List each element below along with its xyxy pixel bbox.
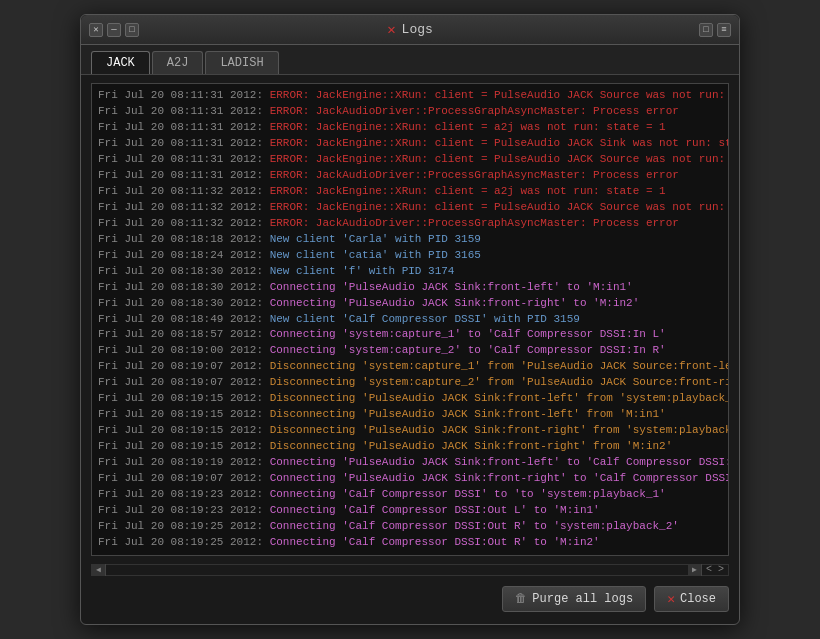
- log-entry: Fri Jul 20 08:19:25 2012: Connecting 'Ca…: [98, 535, 722, 551]
- log-timestamp: Fri Jul 20 08:11:31 2012:: [98, 169, 270, 181]
- title-icon: ✕: [387, 21, 395, 38]
- log-entry: Fri Jul 20 08:11:31 2012: ERROR: JackEng…: [98, 88, 722, 104]
- log-timestamp: Fri Jul 20 08:18:30 2012:: [98, 297, 270, 309]
- log-timestamp: Fri Jul 20 08:18:30 2012:: [98, 265, 270, 277]
- scroll-left-btn[interactable]: ◀: [92, 564, 106, 576]
- log-entry: Fri Jul 20 08:19:07 2012: Disconnecting …: [98, 375, 722, 391]
- log-entry: Fri Jul 20 08:18:30 2012: Connecting 'Pu…: [98, 280, 722, 296]
- log-message: ERROR: JackAudioDriver::ProcessGraphAsyn…: [270, 217, 679, 229]
- log-message: Disconnecting 'PulseAudio JACK Sink:fron…: [270, 440, 673, 452]
- close-icon: ✕: [667, 591, 675, 607]
- log-entry: Fri Jul 20 08:18:24 2012: New client 'ca…: [98, 248, 722, 264]
- titlebar-controls: ✕ ─ □: [89, 23, 139, 37]
- log-timestamp: Fri Jul 20 08:19:00 2012:: [98, 344, 270, 356]
- scroll-track[interactable]: [108, 566, 686, 574]
- log-timestamp: Fri Jul 20 08:11:31 2012:: [98, 105, 270, 117]
- log-entry: Fri Jul 20 08:18:18 2012: New client 'Ca…: [98, 232, 722, 248]
- log-message: ERROR: JackAudioDriver::ProcessGraphAsyn…: [270, 169, 679, 181]
- log-entry: Fri Jul 20 08:19:00 2012: Connecting 'sy…: [98, 343, 722, 359]
- log-timestamp: Fri Jul 20 08:11:31 2012:: [98, 153, 270, 165]
- log-message: Connecting 'system:capture_2' to 'Calf C…: [270, 344, 666, 356]
- scroll-right-btn[interactable]: ▶: [688, 564, 702, 576]
- window-mode-btn[interactable]: □: [699, 23, 713, 37]
- log-timestamp: Fri Jul 20 08:18:30 2012:: [98, 281, 270, 293]
- log-timestamp: Fri Jul 20 08:18:57 2012:: [98, 328, 270, 340]
- log-timestamp: Fri Jul 20 08:18:24 2012:: [98, 249, 270, 261]
- log-timestamp: Fri Jul 20 08:11:32 2012:: [98, 217, 270, 229]
- log-entry: Fri Jul 20 08:11:31 2012: ERROR: JackEng…: [98, 152, 722, 168]
- log-timestamp: Fri Jul 20 08:19:15 2012:: [98, 408, 270, 420]
- log-entry: Fri Jul 20 08:19:23 2012: Connecting 'Ca…: [98, 503, 722, 519]
- log-message: ERROR: JackEngine::XRun: client = PulseA…: [270, 153, 728, 165]
- purge-icon: 🗑: [515, 591, 527, 606]
- log-message: Connecting 'PulseAudio JACK Sink:front-l…: [270, 281, 633, 293]
- log-message: Disconnecting 'PulseAudio JACK Sink:fron…: [270, 424, 728, 436]
- window-title: ✕ Logs: [387, 21, 433, 38]
- log-message: Disconnecting 'system:capture_1' from 'P…: [270, 360, 728, 372]
- maximize-btn[interactable]: □: [125, 23, 139, 37]
- log-message: Disconnecting 'PulseAudio JACK Sink:fron…: [270, 392, 728, 404]
- log-message: Connecting 'Calf Compressor DSSI' to 'to…: [270, 488, 666, 500]
- log-timestamp: Fri Jul 20 08:19:15 2012:: [98, 440, 270, 452]
- log-message: Connecting 'Calf Compressor DSSI:Out L' …: [270, 504, 600, 516]
- log-timestamp: Fri Jul 20 08:19:15 2012:: [98, 424, 270, 436]
- log-entry: Fri Jul 20 08:11:31 2012: ERROR: JackEng…: [98, 120, 722, 136]
- titlebar: ✕ ─ □ ✕ Logs □ ≡: [81, 15, 739, 45]
- log-message: Connecting 'Calf Compressor DSSI:Out R' …: [270, 536, 600, 548]
- log-timestamp: Fri Jul 20 08:19:25 2012:: [98, 536, 270, 548]
- menu-btn[interactable]: ≡: [717, 23, 731, 37]
- log-message: Disconnecting 'PulseAudio JACK Sink:fron…: [270, 408, 666, 420]
- tab-a2j[interactable]: A2J: [152, 51, 204, 74]
- log-entry: Fri Jul 20 08:18:30 2012: Connecting 'Pu…: [98, 296, 722, 312]
- tab-ladish[interactable]: LADISH: [205, 51, 278, 74]
- log-timestamp: Fri Jul 20 08:11:31 2012:: [98, 137, 270, 149]
- log-message: Connecting 'PulseAudio JACK Sink:front-r…: [270, 472, 728, 484]
- tabs-bar: JACK A2J LADISH: [81, 45, 739, 75]
- log-entry: Fri Jul 20 08:18:30 2012: New client 'f'…: [98, 264, 722, 280]
- log-timestamp: Fri Jul 20 08:18:49 2012:: [98, 313, 270, 325]
- log-scroll-area[interactable]: Fri Jul 20 08:11:31 2012: ERROR: JackEng…: [92, 84, 728, 554]
- log-message: New client 'f' with PID 3174: [270, 265, 455, 277]
- log-entry: Fri Jul 20 08:19:07 2012: Connecting 'Pu…: [98, 471, 722, 487]
- log-entry: Fri Jul 20 08:19:07 2012: Disconnecting …: [98, 359, 722, 375]
- log-timestamp: Fri Jul 20 08:19:15 2012:: [98, 392, 270, 404]
- log-entry: Fri Jul 20 08:18:49 2012: New client 'Ca…: [98, 312, 722, 328]
- purge-button[interactable]: 🗑 Purge all logs: [502, 586, 646, 612]
- log-entry: Fri Jul 20 08:19:19 2012: Connecting 'Pu…: [98, 455, 722, 471]
- log-timestamp: Fri Jul 20 08:11:32 2012:: [98, 185, 270, 197]
- log-entry: Fri Jul 20 08:19:15 2012: Disconnecting …: [98, 391, 722, 407]
- log-entry: Fri Jul 20 08:19:15 2012: Disconnecting …: [98, 407, 722, 423]
- log-timestamp: Fri Jul 20 08:18:18 2012:: [98, 233, 270, 245]
- footer: 🗑 Purge all logs ✕ Close: [81, 578, 739, 624]
- log-message: Disconnecting 'system:capture_2' from 'P…: [270, 376, 728, 388]
- log-message: New client 'Calf Compressor DSSI' with P…: [270, 313, 580, 325]
- log-message: ERROR: JackEngine::XRun: client = a2j wa…: [270, 185, 666, 197]
- tab-jack[interactable]: JACK: [91, 51, 150, 74]
- close-button[interactable]: ✕ Close: [654, 586, 729, 612]
- log-entry: Fri Jul 20 08:11:31 2012: ERROR: JackEng…: [98, 136, 722, 152]
- log-entry: Fri Jul 20 08:19:15 2012: Disconnecting …: [98, 423, 722, 439]
- log-entry: Fri Jul 20 08:19:25 2012: Connecting 'Ca…: [98, 519, 722, 535]
- log-message: Connecting 'PulseAudio JACK Sink:front-l…: [270, 456, 728, 468]
- log-timestamp: Fri Jul 20 08:19:23 2012:: [98, 488, 270, 500]
- log-message: New client 'catia' with PID 3165: [270, 249, 481, 261]
- logs-window: ✕ ─ □ ✕ Logs □ ≡ JACK A2J LADISH Fri Jul…: [80, 14, 740, 624]
- log-entry: Fri Jul 20 08:11:31 2012: ERROR: JackAud…: [98, 168, 722, 184]
- log-entry: Fri Jul 20 08:19:15 2012: Disconnecting …: [98, 439, 722, 455]
- log-message: ERROR: JackAudioDriver::ProcessGraphAsyn…: [270, 105, 679, 117]
- log-message: Connecting 'system:capture_1' to 'Calf C…: [270, 328, 666, 340]
- log-timestamp: Fri Jul 20 08:19:25 2012:: [98, 520, 270, 532]
- log-timestamp: Fri Jul 20 08:11:31 2012:: [98, 89, 270, 101]
- log-message: ERROR: JackEngine::XRun: client = PulseA…: [270, 89, 728, 101]
- minimize-btn[interactable]: ─: [107, 23, 121, 37]
- log-timestamp: Fri Jul 20 08:11:31 2012:: [98, 121, 270, 133]
- log-timestamp: Fri Jul 20 08:19:07 2012:: [98, 376, 270, 388]
- log-message: New client 'Carla' with PID 3159: [270, 233, 481, 245]
- log-message: ERROR: JackEngine::XRun: client = PulseA…: [270, 137, 728, 149]
- log-entry: Fri Jul 20 08:18:57 2012: Connecting 'sy…: [98, 327, 722, 343]
- titlebar-right-controls: □ ≡: [699, 23, 731, 37]
- close-window-btn[interactable]: ✕: [89, 23, 103, 37]
- log-timestamp: Fri Jul 20 08:11:32 2012:: [98, 201, 270, 213]
- horizontal-scrollbar[interactable]: ◀ ▶ < >: [91, 564, 729, 576]
- log-container: Fri Jul 20 08:11:31 2012: ERROR: JackEng…: [91, 83, 729, 555]
